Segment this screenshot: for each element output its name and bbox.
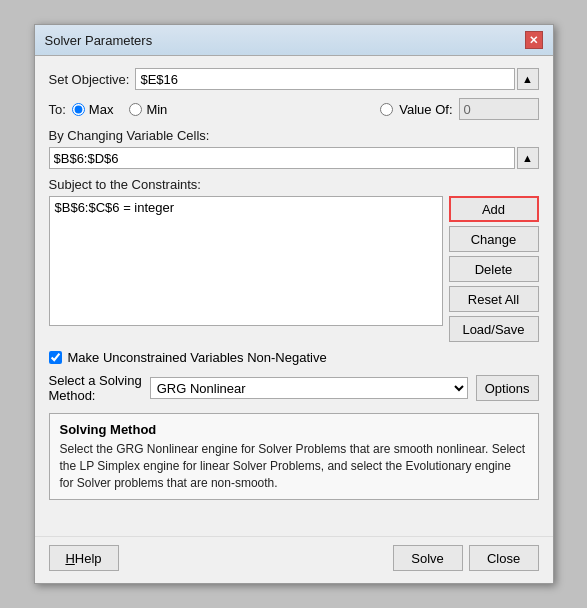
solver-parameters-dialog: Solver Parameters ✕ Set Objective: ▲ To:…: [34, 24, 554, 584]
solving-method-select[interactable]: GRG Nonlinear Simplex LP Evolutionary: [150, 377, 468, 399]
solving-method-text: Select the GRG Nonlinear engine for Solv…: [60, 441, 528, 491]
help-button[interactable]: HHelp: [49, 545, 119, 571]
solving-method-label2: Method:: [49, 388, 142, 403]
solving-method-label-group: Select a Solving Method:: [49, 373, 142, 403]
delete-button[interactable]: Delete: [449, 256, 539, 282]
to-radio-group: Max Min Value Of:: [72, 98, 539, 120]
solving-method-box: Solving Method Select the GRG Nonlinear …: [49, 413, 539, 500]
min-radio[interactable]: [129, 103, 142, 116]
to-label: To:: [49, 102, 66, 117]
constraints-label: Subject to the Constraints:: [49, 177, 539, 192]
footer-left: HHelp: [49, 545, 119, 571]
reset-all-button[interactable]: Reset All: [449, 286, 539, 312]
objective-input-group: ▲: [135, 68, 538, 90]
min-radio-item: Min: [129, 102, 167, 117]
max-radio-item: Max: [72, 102, 114, 117]
solving-method-label1: Select a Solving: [49, 373, 142, 388]
footer-right: Solve Close: [393, 545, 539, 571]
max-label: Max: [89, 102, 114, 117]
variable-cells-input-group: ▲: [49, 147, 539, 169]
unconstrained-checkbox[interactable]: [49, 351, 62, 364]
variable-cells-collapse-button[interactable]: ▲: [517, 147, 539, 169]
objective-row: Set Objective: ▲: [49, 68, 539, 90]
objective-input[interactable]: [135, 68, 514, 90]
title-bar: Solver Parameters ✕: [35, 25, 553, 56]
variable-cells-section: By Changing Variable Cells: ▲: [49, 128, 539, 169]
max-radio[interactable]: [72, 103, 85, 116]
value-of-radio[interactable]: [380, 103, 393, 116]
solve-button[interactable]: Solve: [393, 545, 463, 571]
list-item: $B$6:$C$6 = integer: [52, 199, 440, 216]
solving-method-title: Solving Method: [60, 422, 528, 437]
value-of-label: Value Of:: [399, 102, 452, 117]
value-of-input[interactable]: [459, 98, 539, 120]
dialog-title: Solver Parameters: [45, 33, 153, 48]
objective-label: Set Objective:: [49, 72, 130, 87]
constraints-section: Subject to the Constraints: $B$6:$C$6 = …: [49, 177, 539, 342]
add-button[interactable]: Add: [449, 196, 539, 222]
unconstrained-label: Make Unconstrained Variables Non-Negativ…: [68, 350, 327, 365]
close-title-button[interactable]: ✕: [525, 31, 543, 49]
to-row: To: Max Min Value Of:: [49, 98, 539, 120]
constraints-area: $B$6:$C$6 = integer Add Change Delete Re…: [49, 196, 539, 342]
unconstrained-row: Make Unconstrained Variables Non-Negativ…: [49, 350, 539, 365]
solving-method-row: Select a Solving Method: GRG Nonlinear S…: [49, 373, 539, 403]
variable-cells-input[interactable]: [49, 147, 515, 169]
dialog-body: Set Objective: ▲ To: Max Min Val: [35, 56, 553, 532]
close-button[interactable]: Close: [469, 545, 539, 571]
value-of-radio-item: Value Of:: [380, 98, 538, 120]
load-save-button[interactable]: Load/Save: [449, 316, 539, 342]
constraints-buttons: Add Change Delete Reset All Load/Save: [449, 196, 539, 342]
constraints-list: $B$6:$C$6 = integer: [49, 196, 443, 326]
dialog-footer: HHelp Solve Close: [35, 536, 553, 583]
min-label: Min: [146, 102, 167, 117]
variable-cells-label: By Changing Variable Cells:: [49, 128, 539, 143]
change-button[interactable]: Change: [449, 226, 539, 252]
options-button[interactable]: Options: [476, 375, 539, 401]
objective-collapse-button[interactable]: ▲: [517, 68, 539, 90]
